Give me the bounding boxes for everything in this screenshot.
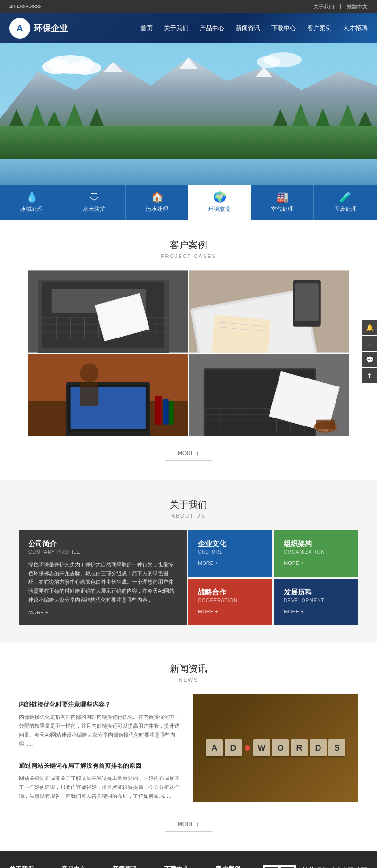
about-organization: 组织架构 ORGANIZATION MORE +	[274, 530, 358, 577]
svg-point-53	[80, 363, 99, 382]
nav-about[interactable]: 关于我们	[164, 22, 188, 34]
news-item-2-text: 网站关键词布局有关于了解这里来说这是非常重要的，一好的布局展开了一个好的建设，只…	[19, 774, 184, 800]
org-more[interactable]: MORE +	[284, 560, 349, 566]
news-list: 内部链接优化时要注意哪些内容？ 内部链接优化是指网站内部的网站内链接进行优化。在…	[19, 694, 184, 807]
footer-company: 某某环保科技有限公司 服务热线：400-888-8888 admin@demo.…	[263, 865, 368, 868]
hero-banner	[0, 43, 377, 185]
footer-col-products: 产品中心 产品分类一 产品分类二 产品分类三 产品分类四	[61, 865, 104, 868]
org-title: 组织架构	[284, 539, 349, 548]
case-image-4[interactable]	[189, 354, 349, 436]
tile-a: A	[206, 739, 223, 756]
news-item-2[interactable]: 通过网站关键词布局了解没有首页排名的原因 网站关键词布局有关于了解这里来说这是非…	[19, 755, 184, 807]
culture-more[interactable]: MORE +	[198, 560, 263, 566]
nav-home[interactable]: 首页	[140, 22, 153, 34]
footer-col-news: 新闻资讯 新闻动态 行业新闻	[113, 865, 155, 868]
tab-soil-label: 水土防护	[67, 205, 122, 213]
tab-water-domain[interactable]: 💧 水域处理	[0, 185, 63, 220]
tile-s: S	[328, 739, 345, 756]
about-culture: 企业文化 CULTURE MORE +	[188, 530, 272, 577]
tab-waste-label: 固废处理	[318, 205, 373, 213]
footer-nav-cols: 关于我们 企业文化 公司动态 战略合作 发展历程 产品中心 产品分类一 产品分类…	[9, 865, 258, 868]
news-title-cn: 新闻资讯	[9, 662, 368, 675]
coop-title-en: COOPERATION	[198, 598, 263, 603]
company-name: 某某环保科技有限公司	[302, 865, 368, 868]
tab-water-domain-label: 水域处理	[4, 205, 59, 213]
about-company-profile: 公司简介 COMPANY PROFILE 绿色环保是保护人类为了保护大自然而采取…	[19, 530, 187, 625]
tab-air[interactable]: 🏭 空气处理	[251, 185, 314, 220]
culture-title-en: CULTURE	[198, 549, 263, 555]
qr-svg	[263, 865, 296, 868]
main-nav: 首页 关于我们 产品中心 新闻资讯 下载中心 客户案例 人才招聘	[140, 22, 368, 34]
svg-rect-43	[295, 283, 319, 321]
footer-top: 关于我们 企业文化 公司动态 战略合作 发展历程 产品中心 产品分类一 产品分类…	[0, 851, 377, 868]
nav-products[interactable]: 产品中心	[200, 22, 224, 34]
contact-link[interactable]: 关于我们	[313, 3, 334, 10]
nav-recruit[interactable]: 人才招聘	[343, 22, 368, 34]
lang-switch[interactable]: 繁體中文	[347, 3, 368, 10]
company-profile-text: 绿色环保是保护人类为了保护大自然而采取的一种行为，也是绿色环保标志的来龙去脉。标…	[28, 560, 177, 604]
tab-sewage[interactable]: 🏠 污水处理	[126, 185, 188, 220]
case-img-svg-1	[28, 270, 188, 353]
cases-more-button[interactable]: MORE +	[165, 446, 212, 461]
case-image-1[interactable]	[28, 270, 188, 353]
tab-monitor[interactable]: 🌍 环境监测	[188, 185, 251, 220]
about-grid: 公司简介 COMPANY PROFILE 绿色环保是保护人类为了保护大自然而采取…	[19, 530, 358, 625]
news-item-1[interactable]: 内部链接优化时要注意哪些内容？ 内部链接优化是指网站内部的网站内链接进行优化。在…	[19, 694, 184, 755]
svg-rect-44	[211, 315, 271, 353]
qr-code	[263, 865, 296, 868]
nav-news[interactable]: 新闻资讯	[236, 22, 260, 34]
svg-rect-55	[155, 396, 162, 425]
sidebar-phone[interactable]: 📞	[362, 336, 377, 351]
footer-content: 关于我们 企业文化 公司动态 战略合作 发展历程 产品中心 产品分类一 产品分类…	[9, 865, 368, 868]
about-title-cn: 关于我们	[9, 498, 368, 511]
sidebar-top[interactable]: ⬆	[362, 368, 377, 383]
footer-col-about: 关于我们 企业文化 公司动态 战略合作 发展历程	[9, 865, 52, 868]
dot-decoration	[245, 745, 250, 751]
about-development: 发展历程 DEVELOPMENT MORE +	[274, 579, 358, 625]
svg-point-21	[257, 56, 280, 68]
svg-rect-75	[316, 420, 335, 429]
top-bar: 400-888-8888 关于我们 | 繁體中文	[0, 0, 377, 13]
tab-soil[interactable]: 🛡 水土防护	[63, 185, 126, 220]
news-title-en: NEWS	[9, 677, 368, 683]
nav-cases[interactable]: 客户案例	[307, 22, 332, 34]
sidebar-chat[interactable]: 💬	[362, 352, 377, 367]
coop-title: 战略合作	[198, 588, 263, 597]
case-image-3[interactable]	[28, 354, 188, 436]
tile-r: R	[291, 739, 308, 756]
nav-download[interactable]: 下载中心	[271, 22, 296, 34]
phone-number: 400-888-8888	[9, 4, 42, 9]
coop-more[interactable]: MORE +	[198, 609, 263, 614]
svg-rect-16	[0, 159, 377, 185]
org-title-en: ORGANIZATION	[284, 549, 349, 555]
company-profile-title: 公司简介	[28, 539, 177, 548]
top-bar-links: 关于我们 | 繁體中文	[313, 3, 368, 10]
tile-w: W	[253, 739, 270, 756]
dev-more[interactable]: MORE +	[284, 609, 349, 614]
cases-title-cn: 客户案例	[9, 239, 368, 251]
tab-monitor-label: 环境监测	[192, 205, 247, 213]
case-img-svg-4	[189, 354, 349, 436]
logo[interactable]: A 环保企业	[9, 18, 68, 39]
case-img-svg-3	[28, 354, 188, 436]
adwords-display: A D W O R D S	[197, 730, 355, 766]
company-info-text: 某某环保科技有限公司 服务热线：400-888-8888 admin@demo.…	[302, 865, 368, 868]
case-img-svg-2	[189, 270, 349, 353]
svg-point-19	[68, 61, 101, 75]
footer-cases-title: 客户案例	[216, 865, 254, 868]
sidebar-notification[interactable]: 🔔	[362, 320, 377, 335]
news-grid: 内部链接优化时要注意哪些内容？ 内部链接优化是指网站内部的网站内链接进行优化。在…	[19, 694, 358, 807]
about-cooperation: 战略合作 COOPERATION MORE +	[188, 579, 272, 625]
tab-waste[interactable]: 🧪 固废处理	[314, 185, 377, 220]
tab-sewage-label: 污水处理	[130, 205, 184, 213]
company-profile-more[interactable]: MORE +	[28, 610, 177, 615]
case-image-2[interactable]	[189, 270, 349, 353]
footer-news-title: 新闻资讯	[113, 865, 150, 868]
news-item-2-title: 通过网站关键词布局了解没有首页排名的原因	[19, 762, 184, 770]
footer-col-cases: 客户案例	[216, 865, 258, 868]
logo-icon: A	[9, 18, 30, 39]
svg-rect-56	[163, 399, 169, 425]
footer-about-title: 关于我们	[9, 865, 47, 868]
svg-rect-57	[169, 401, 174, 425]
news-more-button[interactable]: MORE +	[165, 817, 212, 832]
